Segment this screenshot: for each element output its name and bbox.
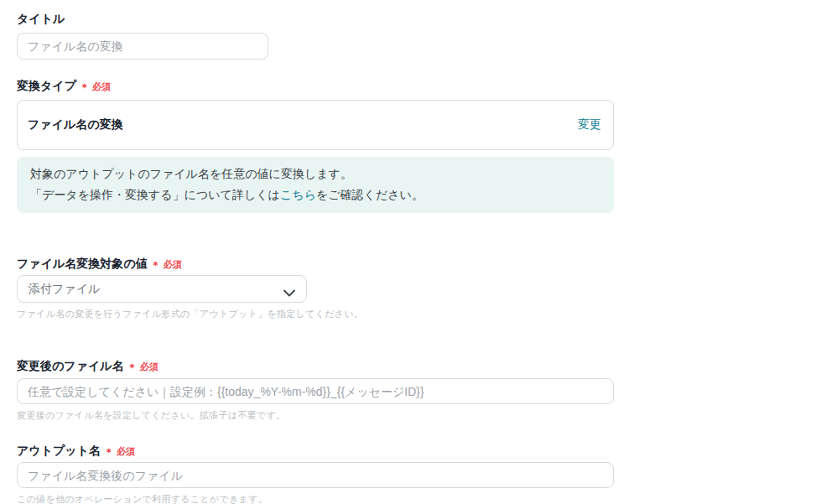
required-text: 必須 xyxy=(140,361,159,372)
new-filename-input[interactable] xyxy=(17,378,614,404)
target-value-select[interactable]: 添付ファイル xyxy=(17,275,307,303)
required-text: 必須 xyxy=(92,81,111,92)
target-value-label-text: ファイル名変換対象の値 xyxy=(17,257,148,269)
required-asterisk: ＊ xyxy=(127,361,138,373)
required-text: 必須 xyxy=(117,445,135,457)
kochira-link[interactable]: こちら xyxy=(280,188,316,201)
title-label-text: タイトル xyxy=(17,13,65,24)
target-value-selected: 添付ファイル xyxy=(29,282,100,297)
output-name-helper: この値を他のオペレーションで利用することができます。 xyxy=(17,493,631,504)
info-line-2-suffix: をご確認ください。 xyxy=(316,188,424,201)
operation-settings-form: タイトル 変換タイプ ＊ 必須 ファイル名の変換 変更 対象のアウトプットのファ… xyxy=(0,0,631,504)
required-asterisk: ＊ xyxy=(151,259,161,271)
required-badge: ＊ 必須 xyxy=(80,81,111,92)
required-badge: ＊ 必須 xyxy=(151,258,182,270)
title-label: タイトル xyxy=(17,13,631,24)
output-name-input[interactable] xyxy=(17,462,614,488)
chevron-down-icon xyxy=(283,285,295,293)
target-value-label: ファイル名変換対象の値 ＊ 必須 xyxy=(17,257,631,270)
required-text: 必須 xyxy=(164,258,182,270)
change-link[interactable]: 変更 xyxy=(578,117,601,132)
conversion-type-label: 変換タイプ ＊ 必須 xyxy=(17,80,631,92)
required-badge: ＊ 必須 xyxy=(127,361,159,372)
info-line-1: 対象のアウトプットのファイル名を任意の値に変換します。 xyxy=(30,165,600,183)
title-input[interactable] xyxy=(17,33,268,60)
required-badge: ＊ 必須 xyxy=(104,445,135,457)
conversion-type-label-text: 変換タイプ xyxy=(17,80,76,91)
conversion-type-info-box: 対象のアウトプットのファイル名を任意の値に変換します。 「データを操作・変換する… xyxy=(17,157,614,213)
info-line-2: 「データを操作・変換する」について詳しくはこちらをご確認ください。 xyxy=(30,186,600,204)
required-asterisk: ＊ xyxy=(104,446,114,458)
target-value-helper: ファイル名の変更を行うファイル形式の「アウトプット」を指定してください。 xyxy=(17,308,631,320)
new-filename-label: 変更後のファイル名 ＊ 必須 xyxy=(17,360,631,372)
output-name-label: アウトプット名 ＊ 必須 xyxy=(17,444,631,457)
info-line-2-prefix: 「データを操作・変換する」について詳しくは xyxy=(30,188,280,201)
new-filename-label-text: 変更後のファイル名 xyxy=(17,360,124,372)
new-filename-helper: 変更後のファイル名を設定してください。拡張子は不要です。 xyxy=(17,409,631,422)
conversion-type-value: ファイル名の変換 xyxy=(28,117,123,132)
required-asterisk: ＊ xyxy=(80,81,90,93)
output-name-label-text: アウトプット名 xyxy=(17,444,101,456)
conversion-type-card: ファイル名の変換 変更 xyxy=(17,100,614,150)
